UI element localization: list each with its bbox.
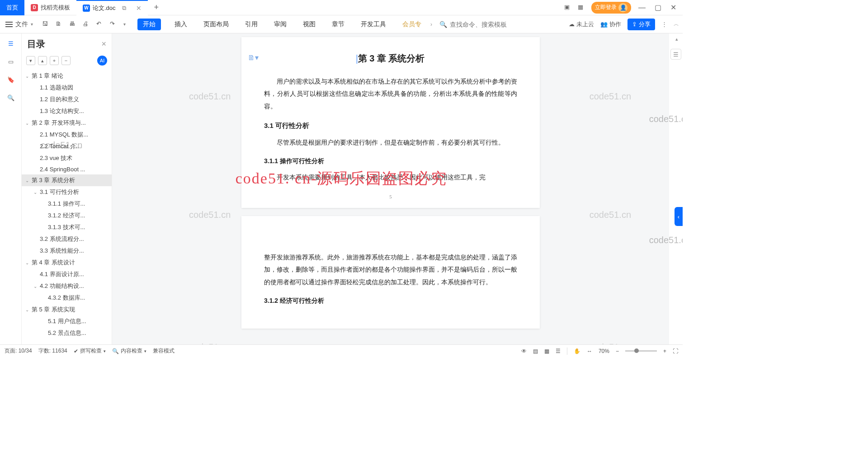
- apps-icon[interactable]: ▦: [578, 4, 586, 12]
- ribbon-tab-sections[interactable]: 章节: [329, 19, 347, 30]
- chevron-down-icon[interactable]: ▾: [123, 22, 126, 27]
- tree-item[interactable]: ⌄4.2 功能结构设...: [22, 280, 112, 292]
- content-area: ☰ ▭ 🔖 🔍 目录 × ▾ ▴ + − AI ⌄第 1 章 绪论1.1 选题动…: [0, 33, 683, 344]
- status-spellcheck[interactable]: ✔ 拼写检查 ▾: [74, 347, 106, 355]
- tree-item[interactable]: ⌄第 3 章 系统分析: [22, 174, 112, 186]
- tree-item[interactable]: 4.3.2 数据库...: [22, 292, 112, 304]
- tree-item[interactable]: 5.2 景点信息...: [22, 327, 112, 339]
- tab-label: 论文.doc: [93, 4, 116, 12]
- tree-item-label: 4.1 界面设计原...: [40, 270, 84, 278]
- panel-toggle-icon[interactable]: ☰: [670, 49, 681, 60]
- tree-item[interactable]: 3.1.2 经济可...: [22, 210, 112, 221]
- zoom-mode-icon[interactable]: ↔: [587, 348, 592, 354]
- ribbon-tab-vip[interactable]: 会员专: [400, 19, 424, 30]
- print-icon[interactable]: 🖶: [69, 20, 77, 28]
- login-button[interactable]: 立即登录 👤: [591, 2, 631, 14]
- zoom-level[interactable]: 70%: [599, 348, 609, 354]
- tree-item[interactable]: 3.3 系统性能分...: [22, 245, 112, 257]
- tab-screen-icon[interactable]: ⧉: [118, 5, 130, 12]
- window-close[interactable]: ✕: [669, 3, 678, 12]
- hand-tool-icon[interactable]: ✋: [574, 348, 580, 354]
- cloud-status[interactable]: ☁ 未上云: [569, 20, 594, 28]
- save-as-icon[interactable]: 🗎: [56, 20, 64, 28]
- save-icon[interactable]: 🖫: [42, 20, 50, 28]
- ribbon-tab-start[interactable]: 开始: [137, 19, 161, 30]
- outline-toolbar: ▾ ▴ + − AI: [22, 54, 112, 69]
- ribbon-nav-right[interactable]: ›: [430, 21, 432, 28]
- scroll-up-icon[interactable]: ▴: [675, 36, 682, 42]
- tree-item[interactable]: 2.1 MYSQL 数据...: [22, 129, 112, 141]
- tree-item[interactable]: 2.3 vue 技术: [22, 152, 112, 164]
- tree-item[interactable]: 2.2 Tomcat 介...: [22, 141, 112, 152]
- tab-templates[interactable]: D 找稻壳模板: [24, 0, 76, 15]
- undo-icon[interactable]: ↶: [96, 20, 104, 28]
- tree-item[interactable]: 1.3 论文结构安...: [22, 105, 112, 117]
- ribbon: 文件 ▾ 🖫 🗎 🖶 🖨 ↶ ↷ ▾ 开始 插入 页面布局 引用 审阅 视图 章…: [0, 15, 683, 33]
- window-maximize[interactable]: ▢: [653, 3, 663, 12]
- tree-item[interactable]: ⌄第 2 章 开发环境与...: [22, 117, 112, 129]
- tree-item[interactable]: ⌄第 4 章 系统设计: [22, 257, 112, 268]
- zoom-slider[interactable]: [625, 350, 657, 352]
- side-float-tab[interactable]: ‹: [675, 207, 683, 226]
- search-input[interactable]: [450, 21, 513, 28]
- rail-search-icon[interactable]: 🔍: [6, 93, 15, 102]
- outline-collapse-all[interactable]: ▾: [26, 56, 35, 65]
- kebab-icon[interactable]: ⋮: [661, 21, 667, 28]
- rail-sections-icon[interactable]: ▭: [6, 57, 15, 66]
- command-search[interactable]: 🔍: [439, 21, 513, 28]
- tab-document[interactable]: W 论文.doc ⧉ ✕: [76, 0, 148, 15]
- status-page[interactable]: 页面: 10/34: [5, 347, 32, 355]
- view-web-icon[interactable]: ▦: [544, 348, 549, 354]
- outline-remove[interactable]: −: [61, 56, 71, 65]
- tab-home[interactable]: 首页: [0, 0, 24, 15]
- ribbon-tab-view[interactable]: 视图: [300, 19, 318, 30]
- zoom-in-icon[interactable]: +: [663, 348, 666, 354]
- rail-bookmark-icon[interactable]: 🔖: [6, 75, 15, 84]
- tree-item[interactable]: 3.1.3 技术可...: [22, 221, 112, 233]
- tab-close-icon[interactable]: ✕: [136, 5, 142, 12]
- document-viewport[interactable]: code51.cn code51.cn code51.cn code51.cn …: [112, 33, 669, 344]
- collab-label: 协作: [609, 20, 621, 28]
- outline-add[interactable]: +: [50, 56, 59, 65]
- tree-item[interactable]: 3.1.1 操作可...: [22, 198, 112, 210]
- tab-add[interactable]: +: [148, 3, 165, 12]
- ribbon-tab-devtools[interactable]: 开发工具: [358, 19, 389, 30]
- tree-item[interactable]: 2.4 SpringBoot ...: [22, 164, 112, 174]
- view-read-icon[interactable]: 👁: [521, 348, 527, 354]
- chevron-down-icon: ⌄: [33, 284, 40, 289]
- tree-item[interactable]: ⌄3.1 可行性分析: [22, 186, 112, 198]
- layout-icon[interactable]: ▣: [564, 4, 572, 12]
- view-print-icon[interactable]: ▤: [533, 348, 538, 354]
- tree-item[interactable]: ⌄第 1 章 绪论: [22, 70, 112, 82]
- ribbon-tab-layout[interactable]: 页面布局: [201, 19, 231, 30]
- hamburger-icon: [5, 22, 13, 27]
- ribbon-tab-review[interactable]: 审阅: [271, 19, 289, 30]
- outline-ai-icon[interactable]: AI: [97, 56, 107, 66]
- tree-item[interactable]: 4.1 界面设计原...: [22, 268, 112, 280]
- print-preview-icon[interactable]: 🖨: [83, 20, 91, 28]
- zoom-out-icon[interactable]: −: [616, 348, 619, 354]
- status-content-check[interactable]: 🔍 内容检查 ▾: [112, 347, 146, 355]
- outline-tree[interactable]: ⌄第 1 章 绪论1.1 选题动因1.2 目的和意义1.3 论文结构安...⌄第…: [22, 69, 112, 344]
- tree-item[interactable]: 3.2 系统流程分...: [22, 233, 112, 245]
- window-minimize[interactable]: —: [637, 4, 647, 12]
- collab-button[interactable]: 👥 协作: [600, 20, 621, 28]
- file-menu[interactable]: 文件 ▾: [4, 20, 35, 28]
- ribbon-tab-insert[interactable]: 插入: [172, 19, 190, 30]
- outline-close-icon[interactable]: ×: [101, 39, 106, 49]
- tree-item[interactable]: 1.1 选题动因: [22, 82, 112, 94]
- chevron-up-icon[interactable]: ︿: [674, 20, 679, 28]
- watermark: code51.cn: [590, 210, 631, 220]
- fullscreen-icon[interactable]: ⛶: [673, 348, 678, 354]
- status-compat-mode[interactable]: 兼容模式: [153, 347, 175, 355]
- rail-outline-icon[interactable]: ☰: [6, 39, 15, 48]
- tree-item[interactable]: ⌄第 5 章 系统实现: [22, 304, 112, 315]
- redo-icon[interactable]: ↷: [110, 20, 118, 28]
- share-button[interactable]: ⇪ 分享: [627, 19, 655, 30]
- tree-item[interactable]: 1.2 目的和意义: [22, 94, 112, 105]
- status-word-count[interactable]: 字数: 11634: [38, 347, 67, 355]
- view-outline-icon[interactable]: ☰: [556, 348, 561, 354]
- outline-expand-all[interactable]: ▴: [38, 56, 47, 65]
- ribbon-tab-references[interactable]: 引用: [242, 19, 260, 30]
- tree-item[interactable]: 5.1 用户信息...: [22, 315, 112, 327]
